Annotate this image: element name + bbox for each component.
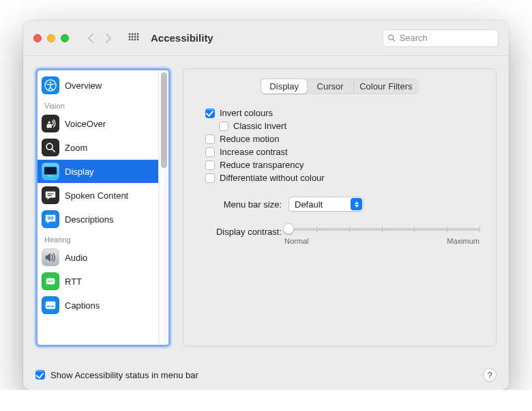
svg-line-18 <box>52 149 55 152</box>
option-reduce-transparency[interactable]: Reduce transparency <box>205 158 479 171</box>
tab-display[interactable]: Display <box>261 79 307 94</box>
svg-point-5 <box>132 36 134 38</box>
svg-rect-28 <box>46 302 55 309</box>
sidebar-item-label: Captions <box>65 300 100 311</box>
checkbox[interactable] <box>205 147 215 157</box>
sidebar-item-label: Descriptions <box>65 214 114 225</box>
option-invert-colours[interactable]: Invert colours <box>205 107 479 119</box>
chevron-right-icon <box>105 33 112 43</box>
svg-point-2 <box>134 33 136 35</box>
search-input[interactable] <box>398 32 494 44</box>
help-icon: ? <box>487 370 492 380</box>
sidebar-item-zoom[interactable]: Zoom <box>38 136 158 159</box>
sidebar-item-spoken-content[interactable]: Spoken Content <box>38 184 158 207</box>
captions-icon <box>42 296 59 314</box>
status-checkbox[interactable] <box>35 370 45 380</box>
option-label: Differentiate without colour <box>220 173 325 183</box>
option-label: Increase contrast <box>220 147 288 157</box>
sidebar-category-vision: Vision <box>38 98 158 111</box>
checkbox[interactable] <box>219 122 228 131</box>
svg-point-1 <box>132 33 134 35</box>
option-label: Classic Invert <box>233 121 286 131</box>
sidebar-item-captions[interactable]: Captions <box>38 294 158 317</box>
window-title: Accessibility <box>151 32 213 44</box>
svg-point-10 <box>134 38 136 40</box>
display-options: Invert colours Classic Invert Reduce mot… <box>205 107 479 184</box>
svg-point-6 <box>134 36 136 38</box>
window-controls <box>33 34 69 42</box>
scrollbar-thumb[interactable] <box>161 72 167 168</box>
nav-buttons <box>83 31 117 46</box>
minimize-button[interactable] <box>47 34 55 42</box>
option-label: Reduce motion <box>220 134 279 144</box>
help-button[interactable]: ? <box>483 368 497 382</box>
svg-rect-20 <box>48 175 53 177</box>
back-button[interactable] <box>83 31 99 46</box>
svg-rect-30 <box>50 306 54 307</box>
svg-point-11 <box>137 38 139 40</box>
sidebar: Overview Vision VoiceOver Zoom <box>35 68 171 347</box>
svg-rect-19 <box>44 167 57 175</box>
zoom-icon <box>42 139 59 156</box>
menu-bar-size-label: Menu bar size: <box>205 199 282 210</box>
main-panel: Display Cursor Colour Filters Invert col… <box>183 68 497 347</box>
svg-rect-22 <box>48 195 52 196</box>
checkbox[interactable] <box>205 160 215 170</box>
svg-point-9 <box>132 38 134 40</box>
close-button[interactable] <box>33 34 42 42</box>
sidebar-item-audio[interactable]: Audio <box>38 246 158 269</box>
sidebar-item-label: Spoken Content <box>65 190 128 201</box>
option-increase-contrast[interactable]: Increase contrast <box>205 145 479 158</box>
voiceover-icon <box>42 115 59 132</box>
sidebar-item-label: VoiceOver <box>65 119 106 129</box>
menu-bar-size-row: Menu bar size: Default <box>205 197 479 212</box>
option-reduce-motion[interactable]: Reduce motion <box>205 132 479 145</box>
option-differentiate-without-colour[interactable]: Differentiate without colour <box>205 171 479 184</box>
svg-point-27 <box>52 281 53 282</box>
checkbox[interactable] <box>205 134 215 144</box>
sidebar-item-label: Overview <box>65 81 102 91</box>
sidebar-item-label: Audio <box>65 253 87 263</box>
sidebar-item-label: RTT <box>65 277 82 287</box>
footer: Show Accessibility status in menu bar ? <box>23 360 509 390</box>
display-contrast-row: Display contrast: Normal Maxim <box>205 227 479 245</box>
svg-point-15 <box>50 82 52 84</box>
svg-point-0 <box>129 33 131 35</box>
svg-rect-21 <box>48 193 54 194</box>
svg-point-4 <box>129 36 131 38</box>
sidebar-item-voiceover[interactable]: VoiceOver <box>38 112 158 135</box>
popup-value: Default <box>295 199 323 210</box>
sidebar-item-overview[interactable]: Overview <box>38 74 158 97</box>
forward-button[interactable] <box>100 31 117 46</box>
maximize-button[interactable] <box>61 34 69 42</box>
slider-min-label: Normal <box>284 237 308 245</box>
grid-icon <box>128 33 139 44</box>
option-label: Invert colours <box>220 108 273 118</box>
display-contrast-slider[interactable] <box>284 228 479 231</box>
chevron-left-icon <box>87 33 94 43</box>
preferences-window: Accessibility Overview Vision <box>23 20 509 390</box>
sidebar-item-label: Zoom <box>65 143 87 153</box>
quote-bubble-icon: 99 <box>42 210 59 228</box>
tab-bar: Display Cursor Colour Filters <box>261 79 419 94</box>
svg-line-13 <box>393 40 395 42</box>
svg-point-8 <box>129 38 131 40</box>
show-all-button[interactable] <box>126 31 141 46</box>
sidebar-item-rtt[interactable]: RTT <box>38 270 158 293</box>
updown-arrows-icon <box>351 198 362 210</box>
menu-bar-size-popup[interactable]: Default <box>289 197 364 212</box>
content-area: Overview Vision VoiceOver Zoom <box>23 56 509 359</box>
sidebar-item-display[interactable]: Display <box>38 160 158 183</box>
search-field[interactable] <box>383 29 499 47</box>
sidebar-category-hearing: Hearing <box>38 231 158 245</box>
checkbox[interactable] <box>205 109 215 118</box>
tab-colour-filters[interactable]: Colour Filters <box>354 79 418 94</box>
checkbox[interactable] <box>205 173 215 183</box>
svg-point-16 <box>48 122 50 124</box>
sidebar-scrollbar[interactable] <box>158 70 168 345</box>
option-classic-invert[interactable]: Classic Invert <box>219 119 479 132</box>
tab-cursor[interactable]: Cursor <box>307 79 353 94</box>
sidebar-item-descriptions[interactable]: 99 Descriptions <box>38 208 158 231</box>
display-icon <box>42 162 59 180</box>
slider-knob[interactable] <box>283 223 294 234</box>
